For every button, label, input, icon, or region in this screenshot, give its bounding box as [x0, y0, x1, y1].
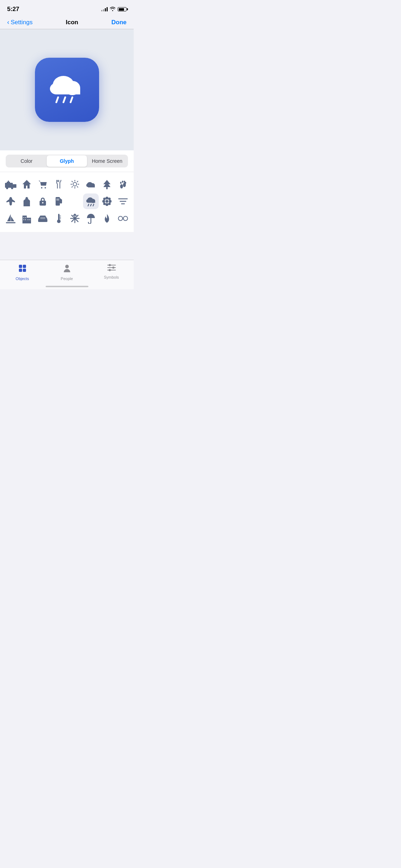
- svg-rect-8: [13, 184, 16, 188]
- segment-control: Color Glyph Home Screen: [6, 155, 128, 167]
- segment-homescreen[interactable]: Home Screen: [87, 155, 127, 167]
- ambulance-icon[interactable]: [3, 176, 19, 192]
- filter-icon[interactable]: [115, 193, 131, 209]
- svg-rect-39: [25, 198, 28, 198]
- svg-point-56: [106, 203, 108, 206]
- svg-rect-71: [23, 217, 24, 218]
- svg-rect-70: [27, 218, 31, 223]
- tab-bar: Objects People Symbols: [0, 260, 134, 289]
- svg-line-22: [77, 186, 78, 187]
- page-title: Icon: [66, 19, 78, 26]
- svg-rect-3: [56, 88, 80, 94]
- svg-point-61: [108, 198, 110, 200]
- svg-line-5: [63, 97, 65, 102]
- moon-icon[interactable]: [67, 193, 83, 209]
- objects-tab-label: Objects: [16, 277, 29, 281]
- flame-icon[interactable]: [99, 211, 115, 226]
- house-icon[interactable]: [19, 176, 35, 192]
- svg-point-103: [109, 269, 111, 271]
- cuffs-icon[interactable]: [115, 211, 131, 226]
- svg-rect-78: [40, 217, 45, 219]
- tree-icon[interactable]: [99, 176, 115, 192]
- svg-point-10: [11, 187, 13, 189]
- objects-tab-icon: [18, 264, 27, 275]
- thermometer-icon[interactable]: [51, 211, 67, 226]
- svg-line-52: [91, 204, 91, 206]
- svg-marker-29: [103, 180, 110, 189]
- svg-point-55: [106, 197, 108, 200]
- svg-line-21: [72, 181, 73, 182]
- icon-preview-area: [0, 29, 134, 150]
- svg-rect-28: [88, 185, 95, 187]
- gas-pump-icon[interactable]: [51, 193, 67, 209]
- snowflake-icon[interactable]: [67, 211, 83, 226]
- svg-point-35: [125, 182, 126, 184]
- svg-line-23: [77, 181, 78, 182]
- svg-marker-66: [7, 214, 11, 221]
- people-tab[interactable]: People: [53, 264, 81, 281]
- sun-icon[interactable]: [67, 176, 83, 192]
- flower-icon[interactable]: [99, 193, 115, 209]
- lock-icon[interactable]: [35, 193, 51, 209]
- svg-line-51: [88, 204, 89, 206]
- svg-rect-46: [60, 198, 61, 200]
- umbrella-icon[interactable]: [83, 211, 99, 226]
- cloud-only-icon[interactable]: [83, 176, 99, 192]
- svg-rect-73: [23, 219, 24, 220]
- svg-rect-72: [25, 217, 26, 218]
- svg-rect-93: [19, 265, 22, 268]
- svg-line-6: [71, 97, 72, 102]
- back-label: Settings: [11, 19, 32, 26]
- svg-rect-7: [5, 183, 13, 188]
- back-button[interactable]: ‹ Settings: [7, 19, 32, 26]
- svg-rect-50: [88, 200, 95, 203]
- svg-point-30: [120, 184, 123, 188]
- icon-row-2: [3, 193, 131, 209]
- svg-point-91: [123, 216, 128, 221]
- sailboat-icon[interactable]: [3, 211, 19, 226]
- icons-grid: [0, 172, 134, 232]
- buildings-icon[interactable]: [19, 211, 35, 226]
- svg-marker-67: [11, 216, 14, 221]
- cart-icon[interactable]: [35, 176, 51, 192]
- fork-knife-icon[interactable]: [51, 176, 67, 192]
- segment-color[interactable]: Color: [6, 155, 47, 167]
- home-indicator: [46, 286, 88, 287]
- svg-marker-13: [22, 180, 31, 188]
- done-button[interactable]: Done: [111, 19, 127, 26]
- church-icon[interactable]: [19, 193, 35, 209]
- app-icon-preview: [35, 58, 99, 122]
- battery-icon: [118, 7, 127, 11]
- segment-glyph[interactable]: Glyph: [47, 155, 87, 167]
- svg-point-32: [120, 182, 122, 184]
- symbols-tab-icon: [107, 264, 116, 274]
- svg-point-58: [109, 200, 112, 203]
- svg-rect-96: [23, 269, 26, 272]
- airplane-icon[interactable]: [3, 193, 19, 209]
- svg-point-14: [41, 187, 42, 188]
- objects-tab[interactable]: Objects: [8, 264, 37, 281]
- svg-point-101: [109, 264, 111, 266]
- svg-rect-43: [56, 197, 60, 206]
- symbols-tab-label: Symbols: [104, 275, 119, 279]
- svg-point-59: [103, 198, 106, 200]
- cloud-rain-selected-icon[interactable]: [83, 193, 99, 209]
- svg-rect-44: [56, 198, 59, 201]
- svg-point-102: [112, 267, 114, 269]
- svg-rect-40: [26, 203, 28, 206]
- segment-control-wrapper: Color Glyph Home Screen: [0, 150, 134, 172]
- svg-rect-79: [58, 214, 60, 220]
- svg-line-53: [93, 204, 94, 206]
- status-icons: [101, 7, 127, 12]
- svg-point-42: [42, 202, 43, 203]
- svg-rect-75: [27, 219, 29, 220]
- tray-icon[interactable]: [35, 211, 51, 226]
- svg-point-54: [106, 200, 108, 203]
- footprint-icon[interactable]: [115, 176, 131, 192]
- icon-row-1: [3, 176, 131, 192]
- signal-icon: [101, 7, 108, 11]
- svg-point-60: [108, 203, 110, 205]
- svg-point-16: [73, 182, 77, 186]
- symbols-tab[interactable]: Symbols: [97, 264, 126, 279]
- svg-point-80: [57, 219, 61, 223]
